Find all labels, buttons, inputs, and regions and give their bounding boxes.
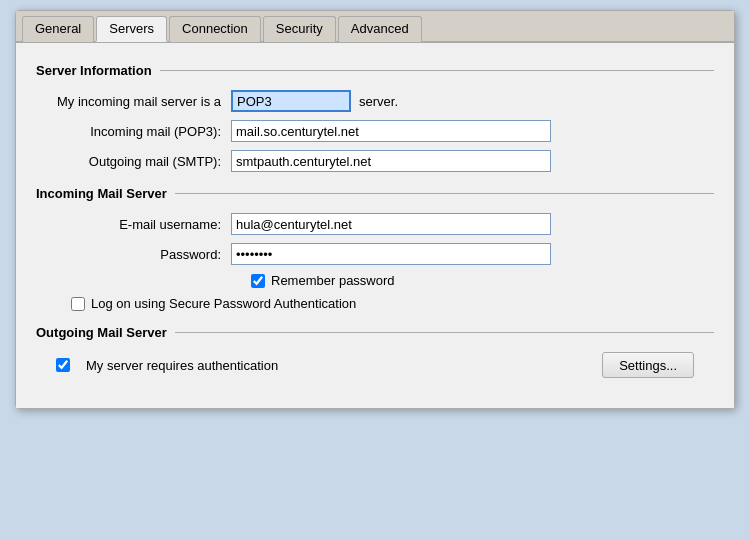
email-username-row: E-mail username:	[36, 213, 714, 235]
logon-spa-checkbox[interactable]	[71, 297, 85, 311]
outgoing-auth-row: My server requires authentication Settin…	[36, 352, 714, 378]
password-row: Password:	[36, 243, 714, 265]
tab-general[interactable]: General	[22, 16, 94, 42]
auth-label: My server requires authentication	[86, 358, 278, 373]
server-info-label: Server Information	[36, 63, 152, 78]
incoming-server-divider: Incoming Mail Server	[36, 186, 714, 201]
incoming-mail-label: Incoming mail (POP3):	[56, 124, 231, 139]
incoming-server-line	[175, 193, 714, 194]
server-info-line	[160, 70, 714, 71]
outgoing-mail-server-section: Outgoing Mail Server My server requires …	[36, 325, 714, 378]
password-input[interactable]	[231, 243, 551, 265]
incoming-server-label: Incoming Mail Server	[36, 186, 167, 201]
outgoing-server-label: Outgoing Mail Server	[36, 325, 167, 340]
incoming-mail-row: Incoming mail (POP3):	[36, 120, 714, 142]
server-suffix-text: server.	[359, 94, 398, 109]
outgoing-server-divider: Outgoing Mail Server	[36, 325, 714, 340]
tab-bar: General Servers Connection Security Adva…	[16, 11, 734, 43]
server-info-divider: Server Information	[36, 63, 714, 78]
tab-servers[interactable]: Servers	[96, 16, 167, 42]
incoming-type-row: My incoming mail server is a server.	[36, 90, 714, 112]
remember-password-row: Remember password	[36, 273, 714, 288]
outgoing-mail-label: Outgoing mail (SMTP):	[56, 154, 231, 169]
auth-checkbox[interactable]	[56, 358, 70, 372]
tab-advanced[interactable]: Advanced	[338, 16, 422, 42]
outgoing-server-line	[175, 332, 714, 333]
email-username-input[interactable]	[231, 213, 551, 235]
remember-password-label: Remember password	[271, 273, 395, 288]
server-information-section: Server Information My incoming mail serv…	[36, 63, 714, 172]
tab-security[interactable]: Security	[263, 16, 336, 42]
email-username-label: E-mail username:	[56, 217, 231, 232]
tab-connection[interactable]: Connection	[169, 16, 261, 42]
outgoing-mail-input[interactable]	[231, 150, 551, 172]
tab-content: Server Information My incoming mail serv…	[16, 43, 734, 408]
remember-password-checkbox[interactable]	[251, 274, 265, 288]
incoming-mail-input[interactable]	[231, 120, 551, 142]
incoming-type-label: My incoming mail server is a	[56, 94, 231, 109]
outgoing-mail-row: Outgoing mail (SMTP):	[36, 150, 714, 172]
incoming-type-input[interactable]	[231, 90, 351, 112]
email-settings-dialog: General Servers Connection Security Adva…	[15, 10, 735, 409]
settings-button[interactable]: Settings...	[602, 352, 694, 378]
logon-spa-row: Log on using Secure Password Authenticat…	[36, 296, 714, 311]
incoming-mail-server-section: Incoming Mail Server E-mail username: Pa…	[36, 186, 714, 311]
password-label: Password:	[56, 247, 231, 262]
logon-spa-label: Log on using Secure Password Authenticat…	[91, 296, 356, 311]
